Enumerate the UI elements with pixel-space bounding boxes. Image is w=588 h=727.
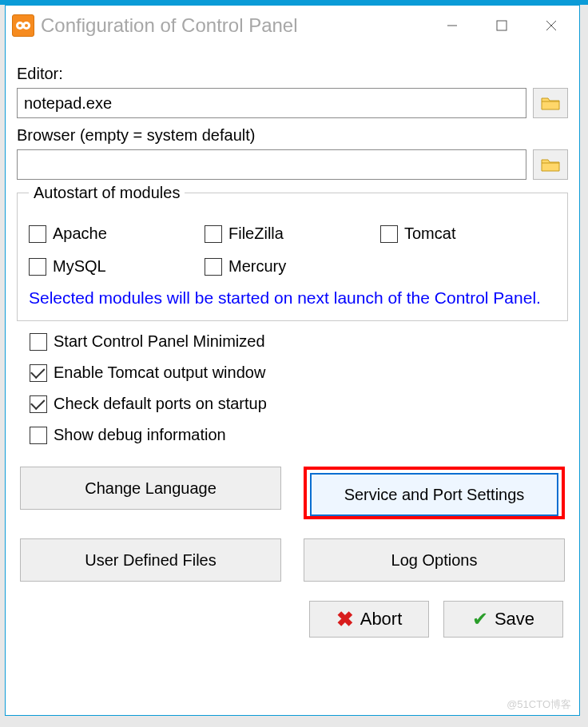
checkbox-label: Apache — [53, 224, 107, 243]
abort-button[interactable]: ✖ Abort — [309, 601, 429, 638]
watermark: @51CTO博客 — [507, 697, 571, 712]
checkbox-label: Show debug information — [54, 426, 226, 444]
checkbox-icon — [205, 258, 222, 276]
checkbox-icon — [30, 364, 47, 382]
autostart-note: Selected modules will be started on next… — [29, 287, 556, 309]
app-icon — [12, 14, 34, 37]
checkbox-icon — [380, 225, 398, 243]
highlight-annotation: Service and Port Settings — [304, 467, 565, 519]
checkbox-label: Start Control Panel Minimized — [54, 332, 265, 351]
svg-rect-5 — [497, 21, 507, 30]
log-options-button[interactable]: Log Options — [304, 538, 565, 582]
browser-label: Browser (empty = system default) — [17, 126, 568, 145]
service-port-settings-button[interactable]: Service and Port Settings — [310, 473, 558, 516]
checkbox-mysql[interactable]: MySQL — [29, 257, 205, 276]
checkbox-icon — [29, 225, 46, 243]
checkbox-label: Tomcat — [404, 224, 455, 243]
checkbox-tomcat[interactable]: Tomcat — [380, 224, 556, 243]
checkbox-icon — [30, 427, 47, 444]
user-defined-files-button[interactable]: User Defined Files — [20, 538, 281, 582]
check-icon: ✔ — [472, 608, 488, 630]
editor-input[interactable] — [17, 88, 526, 118]
checkbox-show-debug[interactable]: Show debug information — [30, 426, 568, 444]
checkbox-label: Check default ports on startup — [54, 395, 267, 413]
cross-icon: ✖ — [336, 607, 354, 632]
button-label: Change Language — [85, 479, 217, 498]
autostart-legend: Autostart of modules — [29, 184, 185, 202]
folder-icon — [541, 157, 560, 173]
button-label: Log Options — [391, 551, 478, 570]
change-language-button[interactable]: Change Language — [20, 467, 281, 510]
minimize-button[interactable] — [427, 10, 477, 42]
svg-point-3 — [25, 24, 28, 27]
svg-point-2 — [18, 24, 22, 27]
button-label: Save — [495, 609, 534, 630]
close-button[interactable] — [526, 10, 576, 42]
maximize-button[interactable] — [477, 10, 526, 42]
checkbox-label: MySQL — [53, 257, 106, 276]
checkbox-mercury[interactable]: Mercury — [205, 257, 380, 276]
editor-label: Editor: — [17, 65, 568, 83]
checkbox-start-minimized[interactable]: Start Control Panel Minimized — [30, 332, 568, 351]
folder-icon — [541, 95, 560, 111]
checkbox-icon — [29, 258, 46, 276]
checkbox-check-default-ports[interactable]: Check default ports on startup — [30, 395, 568, 413]
checkbox-apache[interactable]: Apache — [29, 224, 205, 243]
save-button[interactable]: ✔ Save — [443, 601, 563, 638]
checkbox-enable-tomcat-output[interactable]: Enable Tomcat output window — [30, 364, 568, 382]
browser-browse-button[interactable] — [533, 149, 568, 180]
checkbox-icon — [30, 333, 47, 351]
browser-input[interactable] — [17, 149, 526, 180]
checkbox-filezilla[interactable]: FileZilla — [205, 224, 380, 243]
autostart-group: Autostart of modules Apache FileZilla To… — [17, 193, 568, 321]
checkbox-label: Mercury — [228, 257, 286, 276]
checkbox-icon — [205, 225, 222, 243]
titlebar: Configuration of Control Panel — [6, 6, 579, 46]
checkbox-label: FileZilla — [228, 224, 284, 243]
window-title: Configuration of Control Panel — [41, 14, 298, 37]
config-dialog: Configuration of Control Panel Editor: B… — [5, 5, 580, 716]
button-label: Abort — [360, 609, 403, 630]
checkbox-label: Enable Tomcat output window — [54, 364, 265, 382]
checkbox-icon — [30, 395, 47, 413]
button-label: Service and Port Settings — [344, 486, 525, 504]
button-label: User Defined Files — [85, 551, 217, 570]
editor-browse-button[interactable] — [533, 88, 568, 118]
